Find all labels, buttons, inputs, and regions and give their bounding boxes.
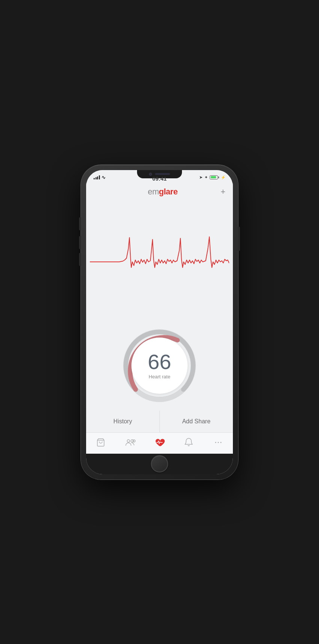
battery-body: [210, 175, 218, 179]
gauge-section: 66 Heart rate: [86, 324, 233, 411]
tab-item-bell[interactable]: [180, 437, 198, 448]
status-time: 09:41: [152, 175, 167, 182]
bluetooth-icon: ✦: [204, 175, 208, 180]
phone-frame: ∿ 09:41 ➤ ✦ ⚡ emglare: [81, 165, 238, 480]
more-icon: [213, 437, 224, 448]
location-icon: ➤: [199, 175, 203, 180]
camera: [149, 173, 152, 176]
phone-screen: ∿ 09:41 ➤ ✦ ⚡ emglare: [86, 170, 233, 474]
history-button[interactable]: History: [86, 411, 160, 432]
svg-point-2: [127, 439, 130, 442]
tab-item-more[interactable]: [209, 437, 227, 448]
people-icon: [125, 437, 136, 448]
action-buttons: History Add Share: [86, 411, 233, 432]
status-bar: ∿ 09:41 ➤ ✦ ⚡: [86, 170, 233, 182]
home-button-area: [86, 454, 233, 474]
heart-rate-label: Heart rate: [149, 374, 170, 380]
logo-glare: glare: [159, 187, 177, 196]
cart-icon: [95, 437, 106, 448]
logo-em: em: [148, 187, 159, 196]
tab-item-people[interactable]: [121, 437, 139, 448]
tab-item-heart[interactable]: [151, 437, 168, 448]
battery-bolt-icon: ⚡: [221, 175, 225, 179]
svg-point-7: [220, 442, 221, 443]
status-right: ➤ ✦ ⚡: [199, 175, 225, 180]
heart-rate-value: 66: [148, 351, 171, 372]
heart-ecg-icon: [154, 437, 165, 448]
status-left: ∿: [94, 175, 106, 180]
app-logo: emglare: [148, 187, 178, 197]
gauge-center: 66 Heart rate: [131, 338, 188, 394]
add-button[interactable]: +: [221, 188, 225, 196]
add-share-button[interactable]: Add Share: [160, 411, 233, 432]
signal-icon: [94, 175, 100, 179]
bell-icon: [183, 437, 194, 448]
ecg-section: [86, 200, 233, 324]
app-content: emglare +: [86, 182, 233, 454]
speaker: [155, 173, 170, 175]
tab-bar: [86, 432, 233, 454]
app-header: emglare +: [86, 182, 233, 200]
wifi-icon: ∿: [101, 175, 106, 180]
svg-point-6: [218, 442, 219, 443]
svg-point-5: [215, 442, 216, 443]
gauge-container: 66 Heart rate: [122, 328, 197, 403]
tab-item-cart[interactable]: [92, 437, 110, 448]
battery-tip: [218, 176, 219, 178]
home-button[interactable]: [151, 455, 168, 472]
battery-icon: [210, 175, 219, 179]
battery-fill: [211, 176, 216, 178]
ecg-chart: [90, 230, 229, 294]
